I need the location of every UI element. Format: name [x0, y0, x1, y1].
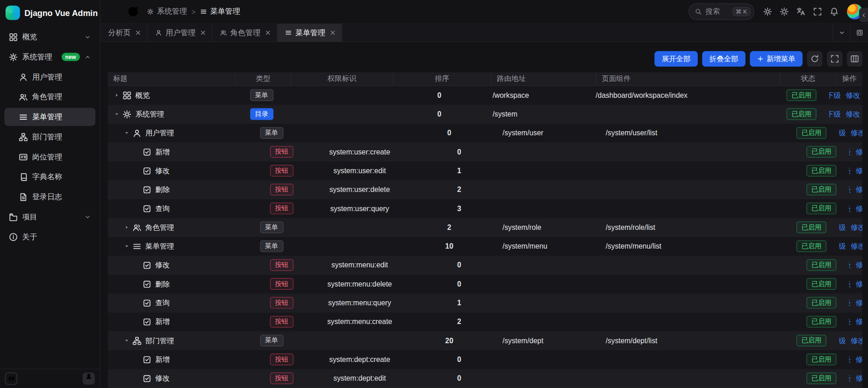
row-expand-arrow-icon[interactable] [122, 242, 131, 250]
table-row[interactable]: 用户管理菜单0/system/user/system/user/list已启用新… [108, 124, 863, 143]
action-edit[interactable]: 修改 [856, 260, 863, 270]
action-add-child[interactable]: 新增下级 [849, 355, 851, 365]
tab-close-icon[interactable] [264, 29, 271, 36]
table-row[interactable]: 删除按钮system:menu:delete0已启用新增下级修改删除 [108, 275, 863, 293]
action-edit[interactable]: 修改 [856, 317, 863, 327]
action-edit[interactable]: 修改 [851, 335, 863, 345]
action-add-child[interactable]: 新增下级 [849, 260, 851, 270]
table-row[interactable]: 新增按钮system:user:create0已启用新增下级修改删除 [108, 143, 863, 161]
row-expand-arrow-icon[interactable] [112, 91, 121, 100]
breadcrumb-item[interactable]: 系统管理 [147, 7, 187, 17]
page-refresh-button[interactable] [126, 5, 141, 19]
sidebar-item-post-management[interactable]: 岗位管理 [5, 148, 95, 166]
sidebar-item-login-log[interactable]: 登录日志 [5, 188, 95, 206]
app-logo-row[interactable]: Djagno Vue Admin [0, 0, 100, 26]
type-badge: 按钮 [270, 146, 293, 158]
action-add-child[interactable]: 新增下级 [849, 166, 851, 176]
tab-role-management[interactable]: 角色管理 [212, 24, 277, 42]
language-button[interactable] [794, 5, 808, 19]
action-add-child[interactable]: 新增下级 [839, 241, 846, 251]
table-row[interactable]: 角色管理菜单2/system/role/system/role/list已启用新… [108, 218, 863, 237]
sidebar-item-project[interactable]: 项目 [5, 207, 95, 226]
sidebar-collapse-button[interactable] [5, 372, 17, 385]
sidebar-item-system-management[interactable]: 系统管理new [5, 48, 95, 66]
action-add-child[interactable]: 新增下级 [849, 203, 851, 213]
action-edit[interactable]: 修改 [851, 128, 863, 138]
table-row[interactable]: 概览菜单0/workspace/dashboard/workspace/inde… [108, 86, 863, 105]
sidebar-item-menu-management[interactable]: 菜单管理 [5, 108, 95, 126]
theme-toggle-button[interactable] [777, 5, 792, 19]
sidebar-pin-button[interactable] [83, 372, 95, 385]
table-row[interactable]: 查询按钮system:user:query3已启用新增下级修改删除 [108, 199, 863, 218]
action-add-child[interactable]: 新增下级 [849, 185, 851, 195]
action-add-child[interactable]: 新增下级 [849, 298, 851, 308]
tab-user-management[interactable]: 用户管理 [147, 24, 212, 42]
column-settings-button[interactable] [847, 51, 863, 67]
tab-analytics[interactable]: 分析页 [100, 24, 147, 42]
action-add-child[interactable]: 新增下级 [839, 335, 846, 345]
collapse-all-button[interactable]: 折叠全部 [702, 51, 746, 67]
action-add-child[interactable]: 新增下级 [829, 90, 841, 100]
action-edit[interactable]: 修改 [856, 147, 863, 157]
settings-button[interactable] [760, 5, 775, 19]
action-add-child[interactable]: 新增下级 [849, 279, 851, 289]
action-edit[interactable]: 修改 [846, 90, 860, 100]
action-edit[interactable]: 修改 [856, 373, 863, 383]
row-expand-arrow-icon[interactable] [122, 128, 131, 137]
tab-close-icon[interactable] [135, 29, 142, 36]
action-edit[interactable]: 修改 [856, 355, 863, 365]
tab-close-icon[interactable] [329, 29, 336, 36]
table-row[interactable]: 系统管理目录0/system已启用新增下级修改删除 [108, 105, 863, 124]
action-edit[interactable]: 修改 [851, 222, 863, 232]
sidebar-item-user-management[interactable]: 用户管理 [5, 68, 95, 86]
table-row[interactable]: 菜单管理菜单10/system/menu/system/menu/list已启用… [108, 237, 863, 256]
action-add-child[interactable]: 新增下级 [839, 128, 846, 138]
breadcrumb-item[interactable]: 菜单管理 [200, 7, 240, 17]
row-expand-arrow-icon[interactable] [122, 223, 131, 232]
table-row[interactable]: 修改按钮system:user:edit1已启用新增下级修改删除 [108, 161, 863, 180]
tab-maximize-button[interactable] [850, 24, 868, 42]
table-row[interactable]: 部门管理菜单20/system/dept/system/dept/list已启用… [108, 331, 863, 350]
add-menu-button[interactable]: 新增菜单 [750, 51, 802, 67]
edge-panel-button[interactable] [859, 8, 868, 22]
tab-list-dropdown-button[interactable] [832, 24, 850, 42]
table-row[interactable]: 新增按钮system:menu:create2已启用新增下级修改删除 [108, 313, 863, 331]
cell-permission: system:menu:delete [309, 275, 410, 293]
sidebar-item-dept-management[interactable]: 部门管理 [5, 128, 95, 146]
refresh-icon [810, 54, 819, 63]
notifications-button[interactable] [827, 5, 842, 19]
action-edit[interactable]: 修改 [846, 109, 860, 119]
action-edit[interactable]: 修改 [856, 203, 863, 213]
tab-menu-management[interactable]: 菜单管理 [277, 24, 342, 42]
action-add-child[interactable]: 新增下级 [839, 222, 846, 232]
action-edit[interactable]: 修改 [856, 166, 863, 176]
expand-all-button[interactable]: 展开全部 [654, 51, 698, 67]
search-input[interactable]: 搜索 ⌘ K [688, 3, 754, 20]
sidebar-item-role-management[interactable]: 角色管理 [5, 88, 95, 106]
translate-icon [796, 7, 805, 16]
fullscreen-table-button[interactable] [827, 51, 842, 67]
row-expand-arrow-icon[interactable] [122, 336, 131, 345]
action-add-child[interactable]: 新增下级 [849, 317, 851, 327]
grid-icon [9, 32, 17, 41]
table-row[interactable]: 删除按钮system:user:delete2已启用新增下级修改删除 [108, 181, 863, 199]
refresh-table-button[interactable] [807, 51, 822, 67]
action-add-child[interactable]: 新增下级 [849, 373, 851, 383]
action-edit[interactable]: 修改 [851, 241, 863, 251]
tab-close-icon[interactable] [200, 29, 206, 36]
sidebar-item-dict-management[interactable]: 字典名称 [5, 168, 95, 186]
table-row[interactable]: 修改按钮system:menu:edit0已启用新增下级修改删除 [108, 256, 863, 275]
sidebar-item-overview[interactable]: 概览 [5, 28, 95, 46]
action-add-child[interactable]: 新增下级 [829, 109, 841, 119]
action-add-child[interactable]: 新增下级 [849, 147, 851, 157]
action-edit[interactable]: 修改 [856, 279, 863, 289]
action-edit[interactable]: 修改 [856, 185, 863, 195]
table-row[interactable]: 修改按钮system:dept:edit0已启用新增下级修改删除 [108, 369, 863, 388]
row-expand-arrow-icon[interactable] [112, 110, 121, 118]
sidebar-toggle-button[interactable] [107, 5, 121, 19]
action-edit[interactable]: 修改 [856, 298, 863, 308]
table-row[interactable]: 新增按钮system:dept:create0已启用新增下级修改删除 [108, 350, 863, 369]
table-row[interactable]: 查询按钮system:menu:query1已启用新增下级修改删除 [108, 294, 863, 313]
fullscreen-button[interactable] [810, 5, 825, 19]
sidebar-item-about[interactable]: 关于 [5, 228, 95, 246]
